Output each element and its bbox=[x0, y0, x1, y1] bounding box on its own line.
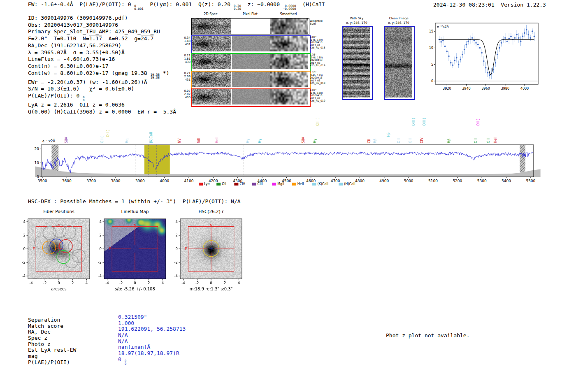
svg-text:OII (: OII ( bbox=[100, 136, 104, 143]
spec2d-row-weights: 0.212.06431 bbox=[181, 72, 190, 81]
svg-text:2: 2 bbox=[148, 281, 150, 285]
svg-text:4000: 4000 bbox=[520, 87, 529, 90]
svg-text:4600: 4600 bbox=[306, 179, 316, 183]
match-table-value: 0.321509" bbox=[118, 314, 147, 320]
svg-text:(K)CaII: (K)CaII bbox=[317, 182, 328, 186]
svg-text:OII (: OII ( bbox=[476, 119, 480, 126]
hsc-dex-match-line: HSC-DEX : Possible Matches = 1 (within +… bbox=[28, 198, 241, 204]
svg-text:3500: 3500 bbox=[38, 179, 47, 183]
svg-text:-4: -4 bbox=[22, 274, 26, 278]
svg-text:2: 2 bbox=[224, 281, 226, 285]
svg-text:4: 4 bbox=[86, 281, 88, 285]
spec2d-col-header: 2D Spec bbox=[204, 12, 217, 16]
weighted-sum-strip bbox=[191, 18, 309, 35]
info-line: LineFlux = -4.60(±0.73)e-16 bbox=[28, 56, 176, 63]
svg-text:5500: 5500 bbox=[526, 179, 535, 183]
svg-text:(H)CaII: (H)CaII bbox=[344, 182, 355, 186]
weighted-2dspec-image bbox=[192, 19, 231, 34]
match-table-value: nan(±nan)Å bbox=[118, 344, 150, 350]
svg-text:2: 2 bbox=[176, 233, 178, 237]
svg-text:OIII (: OIII ( bbox=[423, 118, 426, 126]
svg-text:CIII (: CIII ( bbox=[316, 118, 320, 126]
svg-text:-4: -4 bbox=[29, 281, 33, 285]
svg-text:-2: -2 bbox=[174, 260, 178, 264]
spec2d-row-weights: 0.211.81430 bbox=[181, 54, 190, 64]
svg-text:E: E bbox=[185, 247, 187, 251]
svg-text:4700: 4700 bbox=[331, 179, 340, 183]
info-line: λ = 3965.07Å σ = 3.55(±0.50)Å bbox=[28, 49, 176, 56]
svg-text:0: 0 bbox=[431, 79, 433, 83]
info-line: F=2.0" T=0.110 N=1.17 A=0.52 g=24.7 bbox=[28, 35, 176, 42]
spec2d-image bbox=[192, 54, 231, 69]
svg-text:-4: -4 bbox=[174, 274, 178, 278]
timestamp-version: 2024-12-30 08:23:01 Version 1.22.3 bbox=[433, 2, 546, 8]
svg-text:5400: 5400 bbox=[502, 179, 511, 183]
svg-text:-2: -2 bbox=[43, 281, 46, 285]
svg-text:Hβ: Hβ bbox=[387, 132, 390, 137]
svg-text:0: 0 bbox=[37, 175, 39, 179]
spec2d-image bbox=[192, 36, 231, 51]
svg-text:Hγ: Hγ bbox=[258, 139, 262, 143]
cutout-xlabel-arcsecs: arcsecs bbox=[28, 287, 90, 291]
svg-text:N: N bbox=[58, 223, 60, 227]
svg-text:2: 2 bbox=[72, 281, 74, 285]
match-table-label: Match score bbox=[28, 323, 63, 329]
cutout-xlabel-sb: s/b: -5.26 +/- 0.108 bbox=[104, 287, 166, 291]
elixer-report-page: EW: -1.6±-0.4Å P(LAE)/P(OII): 0 00.001 P… bbox=[0, 0, 576, 392]
svg-text:4: 4 bbox=[23, 220, 26, 224]
info-line: Primary Spec_Slot_IFU_AMP: 425_049_059_R… bbox=[28, 28, 176, 35]
svg-text:Hη: Hη bbox=[125, 139, 129, 143]
spec2d-image bbox=[270, 36, 308, 51]
svg-text:OII: OII bbox=[222, 182, 226, 186]
info-line: S/N = 10.3(±1.6) χ² = 0.6(±0.0) bbox=[28, 86, 176, 93]
svg-text:E: E bbox=[33, 247, 35, 251]
svg-text:4800: 4800 bbox=[355, 179, 365, 183]
svg-text:Hβ: Hβ bbox=[373, 139, 377, 143]
spec2d-image bbox=[270, 72, 308, 87]
svg-text:3920: 3920 bbox=[443, 87, 451, 90]
spec2d-row-annotation: 1.20"(246, 179)20200413v017_03425_RU_018 bbox=[310, 71, 334, 85]
fiber-positions-axes: -4-4-2-2002244NE bbox=[17, 216, 98, 290]
match-table-row: mag18.97(18.97,18.97)R bbox=[28, 353, 76, 359]
svg-text:Hγ: Hγ bbox=[246, 139, 250, 143]
spec2d-image bbox=[232, 89, 270, 104]
match-table-value: N/A bbox=[118, 332, 128, 338]
info-line: Obs: 20200413v017_3090149976 bbox=[28, 22, 176, 29]
match-table-label: P(LAE)/P(OII) bbox=[28, 359, 70, 365]
svg-text:SiIV: SiIV bbox=[302, 137, 305, 143]
spec2d-row-annotation: 0.87"(246, 179)20200413v017_01425_RU_018 bbox=[310, 36, 334, 49]
svg-text:0: 0 bbox=[58, 281, 60, 285]
cutout-title-lineflux-map: Lineflux Map bbox=[104, 209, 166, 214]
weighted-sum-label: Weighted Sum bbox=[310, 20, 323, 26]
svg-text:5100: 5100 bbox=[428, 179, 438, 183]
svg-text:4: 4 bbox=[238, 281, 240, 285]
svg-text:4900: 4900 bbox=[379, 179, 389, 183]
svg-text:0: 0 bbox=[100, 247, 102, 251]
svg-text:-2: -2 bbox=[22, 260, 26, 264]
svg-text:20: 20 bbox=[35, 147, 39, 151]
svg-text:10: 10 bbox=[429, 46, 433, 50]
svg-text:E: E bbox=[109, 247, 111, 251]
svg-text:MgII: MgII bbox=[277, 182, 284, 186]
spec2d-row bbox=[191, 35, 311, 54]
svg-text:OIII: OIII bbox=[397, 138, 401, 143]
spec2d-row bbox=[191, 53, 311, 72]
photz-note: Phot z plot not available. bbox=[386, 332, 470, 339]
svg-text:3900: 3900 bbox=[135, 179, 145, 183]
svg-text:3960: 3960 bbox=[481, 87, 490, 90]
spec2d-panel: 2D Spec Pixel Flat Smoothed Weighted Sum… bbox=[181, 12, 342, 108]
match-table-row: Spec zN/A bbox=[28, 335, 76, 341]
match-table-label: RA, Dec bbox=[28, 329, 51, 335]
svg-text:0: 0 bbox=[176, 247, 178, 251]
detection-info-block: ID: 3090149976 (3090149976.pdf)Obs: 2020… bbox=[28, 15, 176, 115]
svg-text:4000: 4000 bbox=[160, 179, 169, 183]
info-line: Cont(n) = 6.30(±0.00)e-17 bbox=[28, 63, 176, 70]
match-table-label: mag bbox=[28, 353, 37, 359]
cutout-title-fiber-positions: Fiber Positions bbox=[28, 209, 90, 214]
spec2d-image bbox=[232, 54, 270, 69]
svg-text:-2: -2 bbox=[98, 260, 102, 264]
svg-text:SiII: SiII bbox=[197, 138, 201, 143]
with-sky-image-frame bbox=[342, 26, 373, 100]
match-table-row: Est LyA rest-EWnan(±nan)Å bbox=[28, 347, 76, 353]
svg-text:4: 4 bbox=[100, 220, 102, 224]
